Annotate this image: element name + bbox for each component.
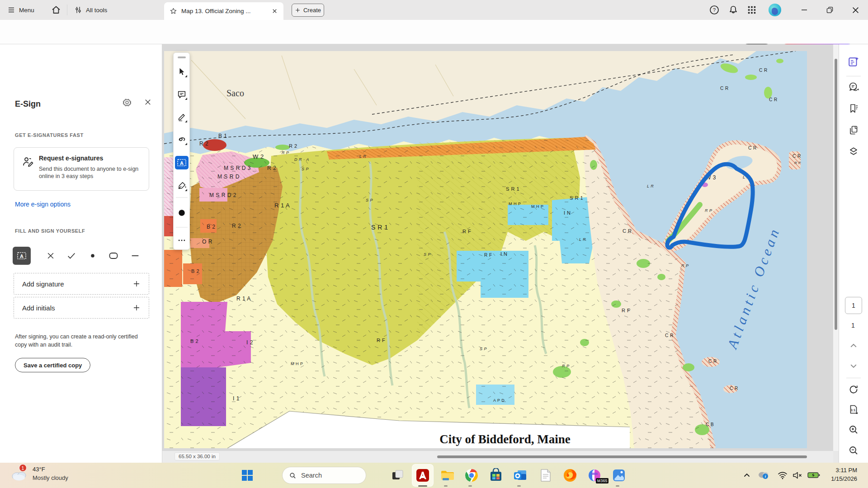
- avatar[interactable]: [769, 4, 781, 16]
- photos-icon: [612, 468, 626, 483]
- onedrive-tray-icon[interactable]: i: [758, 470, 769, 479]
- comments-panel-button[interactable]: [848, 81, 859, 92]
- document-tab[interactable]: Map 13. Official Zoning ...: [164, 2, 283, 20]
- quick-tools-toolbar: A: [173, 52, 190, 250]
- svg-text:I 1: I 1: [233, 395, 240, 402]
- svg-text:R 2: R 2: [267, 165, 276, 171]
- taskbar-store-icon[interactable]: [487, 467, 505, 484]
- previous-page-button[interactable]: [849, 342, 858, 350]
- horizontal-scrollbar[interactable]: [437, 455, 807, 458]
- start-button[interactable]: [239, 467, 256, 484]
- create-button[interactable]: Create: [292, 4, 324, 17]
- home-icon: [51, 5, 61, 15]
- volume-tray-icon[interactable]: [792, 471, 803, 479]
- rotate-icon: [848, 384, 859, 395]
- add-signature-button[interactable]: Add signature: [14, 273, 149, 295]
- close-tab-icon[interactable]: [271, 8, 278, 14]
- tray-expand-button[interactable]: [743, 472, 750, 479]
- divider: [67, 5, 67, 15]
- create-label: Create: [303, 7, 321, 14]
- rounded-rect-tool[interactable]: [104, 247, 123, 265]
- draw-tool[interactable]: [177, 135, 187, 145]
- dot-icon: [88, 251, 97, 260]
- check-tool[interactable]: [62, 247, 80, 265]
- svg-text:C B: C B: [706, 422, 714, 427]
- vertical-scrollbar[interactable]: [835, 59, 837, 330]
- sign-tool[interactable]: [177, 181, 187, 191]
- svg-text:M S R D: M S R D: [217, 174, 240, 180]
- rotate-button[interactable]: [848, 384, 859, 395]
- zoom-in-button[interactable]: [848, 424, 859, 435]
- taskbar-outlook-icon[interactable]: [512, 467, 529, 484]
- tray-clock[interactable]: 3:11 PM 1/15/2026: [825, 466, 857, 483]
- pdf-page[interactable]: City of Biddeford, Maine Saco Atlantic O…: [164, 51, 807, 448]
- highlight-tool[interactable]: [177, 112, 187, 122]
- taskbar-firefox-icon[interactable]: [561, 467, 579, 484]
- zoom-in-icon: [848, 424, 859, 435]
- gear-icon: [122, 98, 132, 108]
- pages-panel-button[interactable]: [848, 125, 859, 136]
- menu-button[interactable]: Menu: [7, 4, 34, 16]
- task-view-button[interactable]: [389, 467, 406, 484]
- wifi-icon: [778, 471, 788, 479]
- svg-text:C R: C R: [665, 333, 674, 338]
- file-explorer-icon: [440, 468, 454, 483]
- text-field-tool[interactable]: A: [13, 247, 31, 265]
- panel-settings-button[interactable]: [122, 98, 132, 108]
- svg-text:R 2: R 2: [289, 143, 297, 149]
- svg-text:M S R D 2: M S R D 2: [209, 192, 236, 198]
- restore-button[interactable]: [817, 0, 842, 20]
- add-initials-button[interactable]: Add initials: [14, 297, 149, 319]
- notifications-button[interactable]: [728, 5, 739, 15]
- toolbar-drag-handle[interactable]: [178, 56, 186, 58]
- next-page-button[interactable]: [849, 362, 858, 370]
- squiggle-icon: [177, 135, 187, 145]
- line-tool[interactable]: [126, 247, 144, 265]
- more-tools-button[interactable]: [177, 236, 186, 245]
- layers-panel-button[interactable]: [848, 146, 859, 158]
- zoom-out-icon: [848, 445, 859, 456]
- cross-tool[interactable]: [42, 247, 60, 265]
- fill-sign-text-tool-active[interactable]: A: [175, 156, 189, 169]
- comments-icon: [848, 81, 859, 92]
- more-esign-options-link[interactable]: More e-sign options: [15, 201, 71, 208]
- request-esignatures-icon: [22, 155, 34, 168]
- onedrive-cloud-icon: i: [758, 470, 769, 479]
- minimize-button[interactable]: [792, 0, 816, 20]
- zoom-out-button[interactable]: [848, 445, 859, 456]
- home-button[interactable]: [51, 5, 61, 15]
- svg-text:M H P: M H P: [509, 202, 521, 206]
- taskbar-chrome-icon[interactable]: [463, 467, 480, 484]
- apps-grid-button[interactable]: [747, 5, 757, 15]
- taskbar-notepad-icon[interactable]: [537, 467, 554, 484]
- taskbar-explorer-icon[interactable]: [439, 467, 456, 484]
- wifi-tray-icon[interactable]: [778, 471, 788, 479]
- svg-text:B 2: B 2: [190, 338, 198, 344]
- battery-tray-icon[interactable]: [807, 472, 820, 479]
- bookmarks-panel-button[interactable]: [848, 103, 859, 114]
- close-window-button[interactable]: [843, 0, 868, 20]
- select-tool[interactable]: [177, 67, 187, 77]
- acrobat-icon: [415, 468, 430, 483]
- svg-text:R P: R P: [681, 263, 689, 268]
- divider: [176, 227, 188, 228]
- river-island: [275, 145, 290, 150]
- svg-text:C R: C R: [748, 145, 757, 150]
- help-button[interactable]: ?: [709, 5, 720, 15]
- comment-tool[interactable]: [177, 89, 187, 99]
- plus-icon: [132, 280, 141, 288]
- taskbar-photos-icon[interactable]: [610, 467, 627, 484]
- page-number-input[interactable]: 1: [845, 297, 862, 314]
- actual-size-button[interactable]: 1:1: [848, 404, 859, 415]
- panel-close-button[interactable]: [144, 98, 152, 106]
- star-icon[interactable]: [170, 7, 177, 15]
- dot-tool[interactable]: [84, 247, 102, 265]
- all-tools-button[interactable]: All tools: [74, 4, 107, 16]
- save-certified-copy-button[interactable]: Save a certified copy: [15, 358, 90, 372]
- color-swatch-black[interactable]: [178, 209, 186, 217]
- pdf-spaces-panel-button[interactable]: [848, 56, 859, 68]
- taskbar-search[interactable]: Search: [282, 467, 366, 484]
- pencil-icon: [177, 112, 187, 122]
- taskbar-acrobat-icon[interactable]: [414, 467, 431, 484]
- windows-logo-icon: [241, 469, 254, 482]
